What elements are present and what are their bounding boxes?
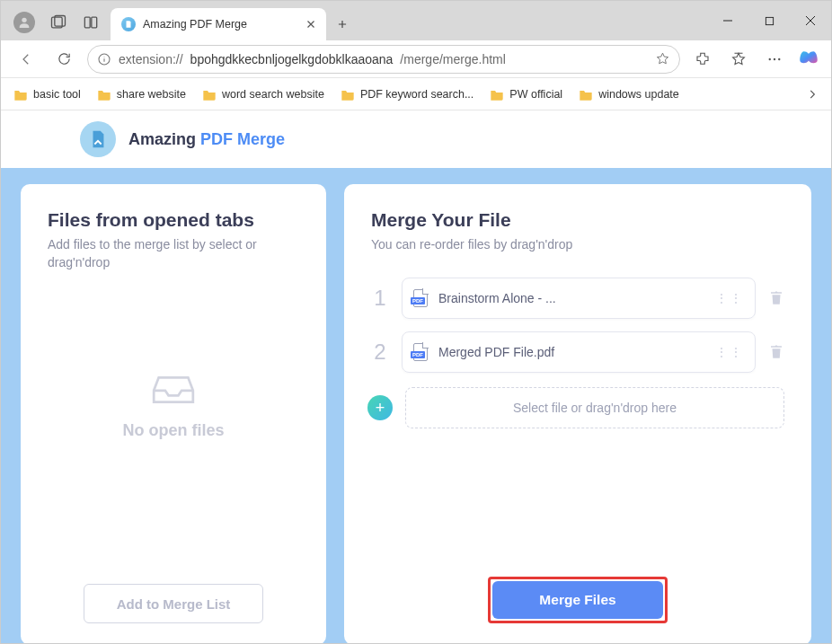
svg-rect-3 [84,17,90,28]
merge-panel: Merge Your File You can re-order files b… [344,184,811,644]
svg-rect-5 [766,17,773,24]
dropzone-row: + Select file or drag'n'drop here [371,387,784,428]
favorite-star-icon[interactable] [655,51,670,66]
bookmark-item[interactable]: word search website [202,88,324,101]
browser-toolbar: extension://bpohgdkkecbnljogelkgdobklkaa… [1,40,831,78]
svg-point-8 [774,57,775,59]
back-button[interactable] [12,45,40,74]
file-name: Merged PDF File.pdf [438,345,706,359]
file-name: Brainstorm Alone - ... [438,291,706,305]
pdf-file-icon: PDF [413,343,429,361]
file-number: 2 [371,340,389,365]
bookmark-item[interactable]: share website [97,88,186,101]
page-content: Amazing PDF Merge Files from opened tabs… [1,110,831,644]
svg-point-7 [769,57,771,59]
folder-icon [490,88,504,101]
delete-file-icon[interactable] [768,344,784,360]
workspaces-icon[interactable] [49,13,67,31]
minimize-button[interactable] [707,1,748,40]
svg-point-9 [778,57,780,59]
panels-container: Files from opened tabs Add files to the … [1,168,831,644]
bookmark-item[interactable]: basic tool [13,88,81,101]
url-host: bpohgdkkecbnljogelkgdobklkaaoana [190,52,394,66]
drag-handle-icon[interactable]: ⋮⋮ [715,345,744,359]
add-to-merge-list-button[interactable]: Add to Merge List [84,584,263,623]
file-dropzone[interactable]: Select file or drag'n'drop here [405,387,784,428]
close-window-button[interactable] [790,1,831,40]
tab-favicon-icon [121,17,136,31]
extensions-button[interactable] [689,51,716,67]
empty-state-text: No open files [122,421,224,440]
svg-rect-4 [92,17,97,28]
tab-title: Amazing PDF Merge [143,18,297,31]
url-prefix: extension:// [119,52,183,66]
new-tab-button[interactable] [330,12,355,37]
copilot-icon[interactable] [797,48,820,71]
folder-icon [202,88,217,101]
brand-logo-icon [80,121,116,157]
merge-panel-title: Merge Your File [371,209,784,231]
bookmarks-bar: basic tool share website word search web… [1,78,831,110]
file-card[interactable]: PDF Merged PDF File.pdf ⋮⋮ [402,331,756,373]
bookmark-item[interactable]: PDF keyword search... [341,88,474,101]
more-menu-button[interactable] [761,51,788,67]
opened-tabs-title: Files from opened tabs [48,209,299,231]
site-info-icon[interactable] [97,52,111,66]
folder-icon [341,88,355,101]
browser-tab[interactable]: Amazing PDF Merge [111,8,326,40]
close-tab-icon[interactable] [305,18,317,31]
merge-button-highlight: Merge Files [488,577,668,623]
brand-header: Amazing PDF Merge [1,110,831,168]
folder-icon [579,88,593,101]
url-suffix: /merge/merge.html [400,52,505,66]
bookmark-item[interactable]: PW official [490,88,562,101]
folder-icon [13,88,28,101]
file-row: 2 PDF Merged PDF File.pdf ⋮⋮ [371,331,784,373]
svg-point-0 [22,18,26,22]
empty-state: No open files [48,244,299,566]
window-controls [707,1,831,40]
address-bar[interactable]: extension://bpohgdkkecbnljogelkgdobklkaa… [87,45,680,74]
titlebar-left [1,12,111,40]
opened-tabs-panel: Files from opened tabs Add files to the … [21,184,326,644]
add-file-button[interactable]: + [367,395,393,420]
merge-panel-subtitle: You can re-order files by drag'n'drop [371,236,784,254]
file-number: 1 [371,286,389,311]
favorites-button[interactable] [725,51,752,67]
merge-file-list: 1 PDF Brainstorm Alone - ... ⋮⋮ 2 PDF Me… [371,278,784,428]
profile-icon[interactable] [13,12,35,33]
brand-title: Amazing PDF Merge [128,130,285,149]
inbox-icon [148,371,199,407]
file-row: 1 PDF Brainstorm Alone - ... ⋮⋮ [371,278,784,319]
delete-file-icon[interactable] [768,290,784,306]
pdf-file-icon: PDF [413,289,429,307]
merge-files-button[interactable]: Merge Files [492,581,663,619]
folder-icon [97,88,111,101]
window-titlebar: Amazing PDF Merge [1,1,831,40]
refresh-button[interactable] [49,45,78,74]
file-card[interactable]: PDF Brainstorm Alone - ... ⋮⋮ [402,278,756,319]
maximize-button[interactable] [748,1,790,40]
bookmark-item[interactable]: windows update [579,88,679,101]
tab-actions-icon[interactable] [82,13,100,31]
drag-handle-icon[interactable]: ⋮⋮ [715,291,744,305]
bookmarks-overflow-button[interactable] [806,88,819,101]
